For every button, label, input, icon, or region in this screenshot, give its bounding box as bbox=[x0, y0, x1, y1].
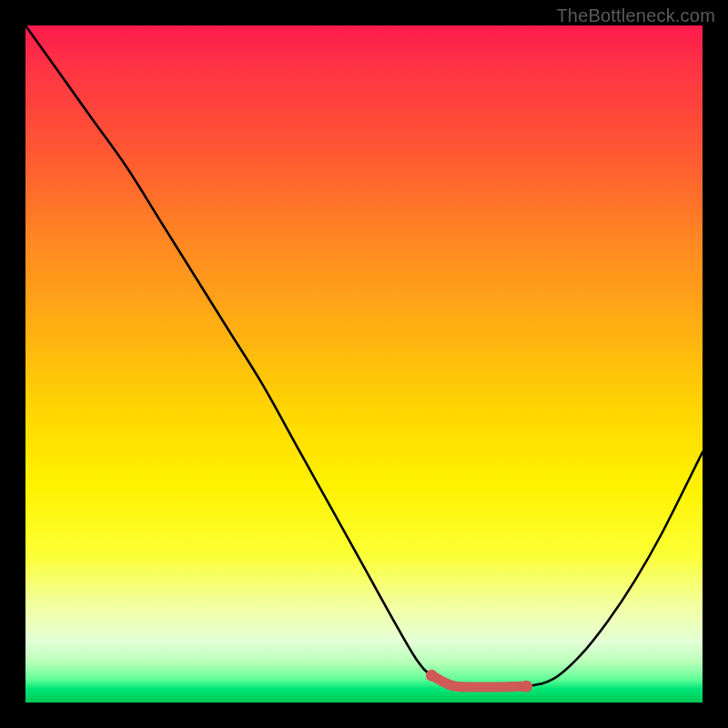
plot-area bbox=[25, 25, 703, 703]
chart-svg bbox=[25, 25, 703, 703]
optimal-zone-start-dot bbox=[426, 670, 438, 682]
watermark-text: TheBottleneck.com bbox=[556, 5, 715, 26]
chart-container: TheBottleneck.com bbox=[0, 0, 728, 728]
optimal-zone-end-dot bbox=[521, 681, 532, 693]
optimal-zone-path bbox=[431, 675, 526, 687]
bottleneck-curve-path bbox=[25, 25, 703, 687]
